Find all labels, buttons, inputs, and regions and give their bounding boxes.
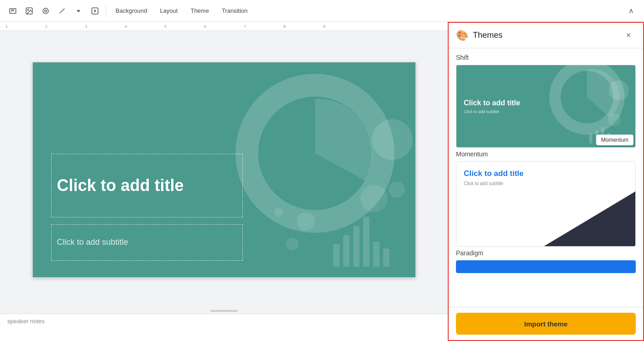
speaker-notes-label: speaker notes (7, 318, 45, 325)
line-icon-btn[interactable] (55, 4, 69, 18)
slide-canvas[interactable]: Click to add title Click to add subtitle (32, 62, 416, 278)
momentum-thumb-title: Click to add title (464, 169, 628, 178)
slide-title-text: Click to add title (57, 176, 184, 195)
themes-palette-icon: 🎨 (456, 30, 468, 41)
slide-subtitle-box[interactable]: Click to add subtitle (51, 224, 243, 261)
svg-line-7 (60, 8, 65, 13)
momentum-theme-thumbnail[interactable]: Click to add title Click to add subtitle (456, 161, 636, 247)
background-menu-btn[interactable]: Background (110, 5, 152, 17)
svg-point-22 (297, 212, 315, 230)
svg-rect-21 (383, 248, 389, 267)
slide-drag-handle[interactable] (0, 308, 448, 314)
main-toolbar: Background Layout Theme Transition ∧ (0, 0, 644, 22)
image-icon-btn[interactable] (22, 4, 37, 18)
themes-scrollable[interactable]: Shift Click to add title (449, 48, 643, 307)
themes-close-button[interactable]: × (621, 28, 636, 43)
transition-menu-btn[interactable]: Transition (216, 5, 253, 17)
main-area: 1 2 3 4 5 6 7 8 9 (0, 22, 644, 341)
svg-rect-18 (353, 226, 359, 267)
layout-menu-btn[interactable]: Layout (154, 5, 183, 17)
slide-editor: 1 2 3 4 5 6 7 8 9 (0, 22, 448, 341)
shift-thumb-subtitle: Click to add subtitle (464, 109, 628, 114)
svg-point-5 (43, 8, 48, 14)
svg-point-15 (388, 181, 405, 197)
momentum-thumb-subtitle: Click to add subtitle (464, 181, 628, 186)
svg-rect-20 (373, 242, 379, 267)
svg-point-24 (274, 207, 283, 217)
momentum-thumb: Click to add title Click to add subtitle (456, 162, 635, 246)
crop-icon-btn[interactable] (38, 4, 53, 18)
toolbar-collapse-btn[interactable]: ∧ (624, 4, 639, 18)
shift-theme-label: Shift (456, 54, 636, 61)
svg-point-26 (609, 80, 629, 100)
shift-theme-thumbnail[interactable]: Click to add title Click to add subtitle… (456, 65, 636, 148)
ruler-mark-1: 1 (5, 24, 45, 29)
ruler-mark-4: 4 (125, 24, 164, 29)
line-dropdown-btn[interactable] (71, 4, 86, 18)
svg-rect-28 (589, 134, 592, 144)
ruler-mark-9: 9 (323, 24, 363, 29)
ruler-mark-7: 7 (244, 24, 283, 29)
ruler: 1 2 3 4 5 6 7 8 9 (0, 22, 448, 31)
momentum-theme-label: Momentum (456, 150, 636, 158)
drag-line (210, 310, 238, 312)
ruler-mark-5: 5 (164, 24, 204, 29)
svg-point-14 (360, 185, 387, 212)
svg-rect-17 (343, 235, 349, 267)
svg-point-12 (246, 85, 383, 221)
import-theme-button[interactable]: Import theme (456, 313, 636, 335)
slide-canvas-area: Click to add title Click to add subtitle (0, 31, 448, 308)
paradigm-theme-label: Paradigm (456, 249, 636, 257)
ruler-marks: 1 2 3 4 5 6 7 8 9 (4, 24, 363, 29)
shift-thumb-title: Click to add title (464, 99, 628, 107)
svg-marker-8 (77, 10, 80, 12)
svg-point-27 (608, 114, 621, 126)
svg-point-6 (45, 10, 47, 12)
text-box-icon-btn[interactable] (5, 4, 20, 18)
themes-footer: Import theme (449, 307, 643, 340)
slide-subtitle-text: Click to add subtitle (57, 238, 128, 247)
svg-rect-16 (333, 244, 339, 267)
toolbar-divider-1 (106, 5, 106, 16)
theme-menu-btn[interactable]: Theme (185, 5, 214, 17)
ruler-mark-2: 2 (45, 24, 85, 29)
svg-point-23 (286, 238, 298, 250)
speaker-notes[interactable]: speaker notes (0, 314, 448, 341)
slide-title-box[interactable]: Click to add title (51, 154, 243, 217)
themes-header: 🎨 Themes × (449, 23, 643, 48)
ruler-mark-6: 6 (204, 24, 244, 29)
svg-rect-19 (363, 217, 369, 267)
ruler-mark-8: 8 (283, 24, 323, 29)
svg-point-13 (372, 119, 413, 160)
insert-icon-btn[interactable] (88, 4, 102, 18)
paradigm-theme-preview[interactable] (456, 260, 636, 273)
themes-title: Themes (473, 31, 621, 40)
shift-theme-tooltip: Momentum (596, 134, 634, 145)
ruler-mark-3: 3 (85, 24, 125, 29)
momentum-deco-triangle (544, 191, 635, 246)
svg-point-4 (27, 9, 28, 10)
themes-panel: 🎨 Themes × Shift (448, 22, 644, 341)
